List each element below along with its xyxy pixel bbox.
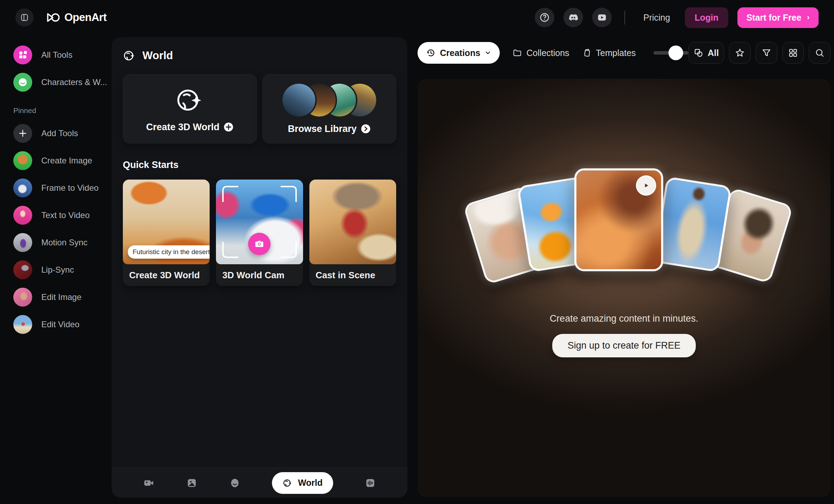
plus-circle-icon	[224, 122, 233, 132]
panel-title: World	[142, 49, 173, 62]
folder-icon	[512, 48, 522, 58]
world-globe-icon	[123, 49, 136, 62]
creations-toolbar: Creations Collections Templates	[418, 41, 831, 64]
sidebar-item-motion-sync[interactable]: Motion Sync	[0, 229, 112, 256]
search-button[interactable]	[809, 42, 831, 64]
thumbnail-size-slider[interactable]	[653, 51, 689, 55]
all-tools-icon	[13, 46, 32, 64]
tab-video[interactable]	[143, 477, 155, 489]
templates-tab[interactable]: Templates	[582, 48, 636, 58]
sidebar-item-text-to-video[interactable]: Text to Video	[0, 202, 112, 229]
sidebar-panel-icon	[20, 13, 29, 22]
creations-gallery-panel: Create amazing content in minutes. Sign …	[418, 79, 831, 497]
empty-state: Create amazing content in minutes. Sign …	[418, 79, 831, 497]
creations-dropdown[interactable]: Creations	[418, 42, 500, 64]
sidebar-item-create-image[interactable]: Create Image	[0, 147, 112, 174]
tab-world-label: World	[298, 478, 322, 488]
audio-waveform-icon	[364, 477, 376, 489]
quickstart-label: Create 3D World	[123, 264, 210, 286]
start-for-free-button[interactable]: Start for Free ›	[737, 7, 819, 28]
openart-logo[interactable]: OpenArt	[45, 11, 107, 24]
tab-world-active[interactable]: World	[272, 472, 333, 494]
sidebar-item-characters[interactable]: Characters & W...	[0, 69, 112, 96]
plus-icon	[13, 124, 32, 143]
search-icon	[814, 48, 825, 58]
create-image-avatar	[13, 151, 32, 170]
filter-funnel-icon	[761, 48, 772, 58]
showcase-card	[574, 168, 663, 271]
quickstart-thumbnail: Futuristic city in the desert ✦	[123, 180, 210, 264]
left-sidebar: All Tools Characters & W... Pinned Add T…	[0, 41, 112, 338]
quickstart-create-3d-world-card[interactable]: Futuristic city in the desert ✦ Create 3…	[123, 180, 210, 286]
sidebar-item-label: Edit Video	[41, 320, 79, 329]
browse-library-label: Browse Library	[288, 124, 357, 134]
logo-text: OpenArt	[64, 11, 107, 24]
chevron-circle-icon	[361, 124, 371, 134]
collections-tab[interactable]: Collections	[512, 48, 569, 58]
viewfinder-corner	[222, 242, 238, 258]
help-button[interactable]	[535, 8, 554, 27]
sidebar-item-label: Text to Video	[41, 210, 90, 220]
all-filter-label: All	[708, 48, 719, 58]
history-icon	[426, 48, 436, 58]
creations-label: Creations	[440, 48, 480, 58]
quickstart-label: Cast in Scene	[309, 264, 396, 286]
play-button[interactable]	[636, 175, 656, 196]
shapes-icon	[694, 48, 703, 58]
templates-icon	[582, 48, 592, 58]
sidebar-item-edit-image[interactable]: Edit Image	[0, 284, 112, 311]
pricing-link[interactable]: Pricing	[643, 13, 670, 23]
sidebar-item-all-tools[interactable]: All Tools	[0, 41, 112, 69]
sidebar-item-label: All Tools	[41, 50, 72, 60]
tab-audio[interactable]	[364, 477, 376, 489]
browse-library-card[interactable]: Browse Library	[262, 74, 397, 144]
youtube-icon	[597, 12, 607, 23]
star-icon	[735, 48, 745, 58]
grid-icon	[788, 48, 798, 58]
header-divider	[624, 10, 625, 24]
frame-to-video-avatar	[13, 178, 32, 197]
image-icon	[186, 477, 198, 489]
sidebar-item-label: Edit Image	[41, 292, 82, 302]
sidebar-item-frame-to-video[interactable]: Frame to Video	[0, 174, 112, 202]
slider-thumb[interactable]	[668, 46, 683, 60]
quickstart-cast-in-scene-card[interactable]: Cast in Scene	[309, 180, 396, 286]
viewfinder-corner	[281, 186, 297, 202]
sidebar-item-add-tools[interactable]: Add Tools	[0, 120, 112, 147]
world-globe-icon	[282, 478, 293, 488]
signup-cta-button[interactable]: Sign up to create for FREE	[552, 334, 696, 357]
favorites-button[interactable]	[729, 42, 751, 64]
motion-sync-avatar	[13, 233, 32, 252]
create-3d-world-card[interactable]: Create 3D World	[123, 74, 257, 144]
grid-view-button[interactable]	[782, 42, 804, 64]
viewfinder-corner	[281, 242, 297, 258]
sidebar-toggle-button[interactable]	[15, 8, 34, 27]
tab-character[interactable]	[229, 477, 241, 489]
quickstart-thumbnail	[309, 180, 396, 264]
quickstart-thumbnail	[216, 180, 303, 264]
login-button[interactable]: Login	[685, 7, 728, 28]
sidebar-item-lip-sync[interactable]: Lip-Sync	[0, 256, 112, 284]
world-panel: World Create 3D World	[112, 37, 407, 498]
edit-image-avatar	[13, 288, 32, 307]
discord-icon	[568, 12, 579, 23]
pinned-section-label: Pinned	[0, 96, 112, 120]
tab-image[interactable]	[186, 477, 198, 489]
sidebar-item-label: Lip-Sync	[41, 265, 74, 275]
youtube-button[interactable]	[592, 8, 612, 27]
sidebar-item-label: Add Tools	[41, 128, 78, 138]
discord-button[interactable]	[563, 8, 583, 27]
library-thumb	[282, 84, 315, 117]
sidebar-item-edit-video[interactable]: Edit Video	[0, 311, 112, 338]
filter-all-button[interactable]: All	[688, 42, 724, 64]
create-3d-world-label: Create 3D World	[146, 122, 219, 133]
globe-sparkle-icon	[175, 85, 204, 115]
chevron-down-icon	[484, 49, 491, 56]
sidebar-item-label: Motion Sync	[41, 238, 87, 247]
sidebar-item-label: Create Image	[41, 156, 92, 166]
filter-button[interactable]	[756, 42, 777, 64]
showcase-card-fan	[418, 82, 831, 292]
top-header: OpenArt	[0, 0, 834, 35]
start-for-free-label: Start for Free	[747, 13, 801, 23]
quickstart-3d-world-cam-card[interactable]: 3D World Cam	[216, 180, 303, 286]
